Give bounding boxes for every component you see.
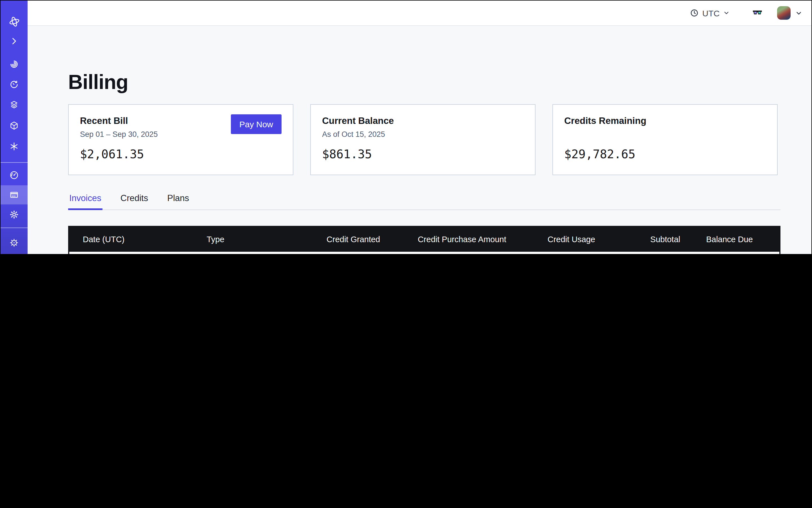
billing-page: $ UTC Billing Recent Bill Sep 01 – — [0, 0, 812, 254]
clock-icon — [690, 8, 699, 17]
current-balance-amount: $861.35 — [322, 147, 524, 161]
live-view-icon[interactable] — [1, 55, 28, 74]
col-balance-due: Balance Due — [685, 227, 779, 252]
pay-now-button[interactable]: Pay Now — [231, 114, 282, 134]
card-title: Credits Remaining — [564, 116, 766, 126]
dashboard-gauge-icon[interactable] — [1, 166, 28, 185]
card-subtitle: As of Oct 15, 2025 — [322, 130, 524, 140]
docs-book-icon[interactable] — [1, 251, 28, 254]
col-credit-granted: Credit Granted — [311, 227, 385, 252]
settings-gear-icon[interactable] — [1, 205, 28, 224]
col-type: Type — [207, 227, 311, 252]
recent-bill-amount: $2,061.35 — [80, 147, 282, 161]
timezone-selector[interactable]: UTC — [690, 8, 730, 18]
credit-purchase — [385, 252, 511, 254]
main-content: Billing Recent Bill Sep 01 – Sep 30, 202… — [28, 25, 811, 254]
top-bar: UTC — [28, 1, 811, 26]
subtotal: $315.97 — [600, 252, 685, 254]
helm-wheel-icon[interactable] — [1, 233, 28, 252]
col-date: Date (UTC) — [69, 227, 207, 252]
recent-bill-card: Recent Bill Sep 01 – Sep 30, 2025 $2,061… — [68, 104, 293, 175]
glasses-icon[interactable] — [751, 7, 764, 19]
col-credit-purchase: Credit Purchase Amount — [385, 227, 511, 252]
tab-plans[interactable]: Plans — [166, 193, 190, 210]
col-credit-usage: Credit Usage — [511, 227, 600, 252]
sidebar-divider — [1, 227, 28, 228]
current-balance-card: Current Balance As of Oct 15, 2025 $861.… — [310, 104, 536, 175]
billing-tabs: Invoices Credits Plans — [68, 193, 780, 210]
credit-usage: $0.00 — [511, 252, 600, 254]
col-subtotal: Subtotal — [600, 227, 685, 252]
chevron-right-icon[interactable] — [1, 32, 28, 51]
page-title: Billing — [68, 71, 128, 94]
summary-cards: Recent Bill Sep 01 – Sep 30, 2025 $2,061… — [68, 104, 778, 175]
sidebar: $ — [1, 1, 28, 254]
layers-icon[interactable] — [1, 95, 28, 114]
sidebar-item-billing[interactable] — [1, 185, 28, 204]
user-menu-chevron-icon[interactable] — [795, 9, 803, 16]
sidebar-divider — [1, 162, 28, 163]
timezone-label: UTC — [702, 8, 720, 18]
card-title: Current Balance — [322, 116, 524, 126]
asterisk-icon[interactable] — [1, 137, 28, 156]
credit-granted — [311, 252, 385, 254]
cube-icon[interactable] — [1, 116, 28, 135]
history-icon[interactable] — [1, 75, 28, 94]
table-row: Sept 01 – 30, 2024 Cloud UsagePending $0… — [69, 252, 779, 254]
table-header: Date (UTC) Type Credit Granted Credit Pu… — [69, 227, 779, 252]
tab-credits[interactable]: Credits — [119, 193, 149, 210]
card-subtitle — [564, 130, 766, 140]
credits-remaining-amount: $29,782.65 — [564, 147, 766, 161]
credits-remaining-card: Credits Remaining $29,782.65 — [552, 104, 778, 175]
chevron-down-icon — [723, 9, 730, 16]
modal-logo-icon[interactable] — [1, 12, 28, 31]
user-avatar[interactable] — [777, 6, 790, 20]
tab-invoices[interactable]: Invoices — [68, 193, 102, 210]
balance-due: $315.97 — [685, 252, 779, 254]
invoices-table: Date (UTC) Type Credit Granted Credit Pu… — [68, 226, 780, 254]
